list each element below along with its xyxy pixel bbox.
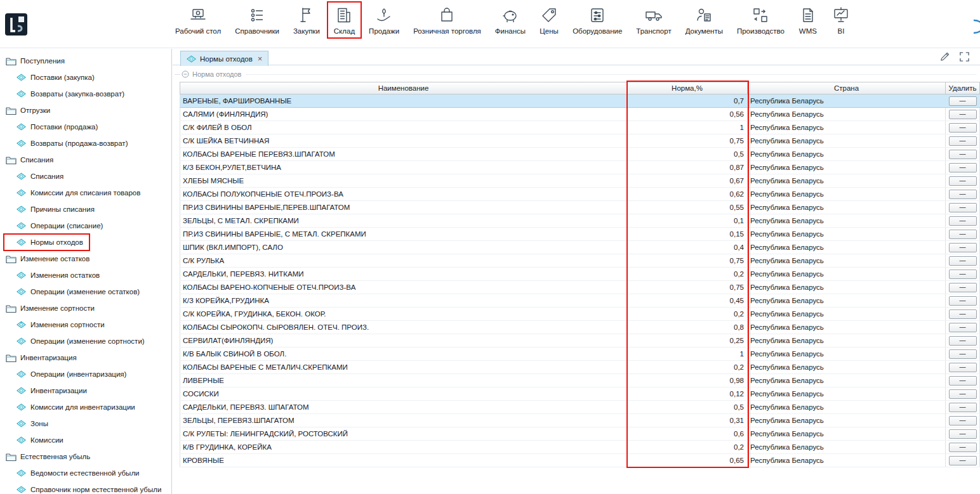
cell-name[interactable]: К/З КОРЕЙКА,ГРУДИНКА	[180, 294, 627, 307]
cell-country[interactable]: Республика Беларусь	[748, 348, 946, 360]
cell-name[interactable]: САРДЕЛЬКИ, ПЕРЕВЯЗ. ШПАГАТОМ	[180, 401, 627, 413]
cell-country[interactable]: Республика Беларусь	[748, 201, 946, 214]
cell-country[interactable]: Республика Беларусь	[748, 228, 946, 240]
delete-row-button[interactable]: —	[949, 283, 977, 292]
cell-norm[interactable]: 0,4	[627, 241, 748, 254]
table-row[interactable]: ВАРЕНЫЕ, ФАРШИРОВАННЫЕ0,7Республика Бела…	[180, 94, 980, 108]
cell-country[interactable]: Республика Беларусь	[748, 308, 946, 320]
table-row[interactable]: КОЛБАСЫ ВАРЕНО-КОПЧЕНЫЕ ОТЕЧ.ПРОИЗ-ВА0,7…	[180, 281, 980, 294]
cell-norm[interactable]: 1	[627, 348, 748, 360]
column-header[interactable]: Удалить	[946, 82, 980, 94]
cell-name[interactable]: КОЛБАСЫ ВАРЕНЫЕ ПЕРЕВЯЗ.ШПАГАТОМ	[180, 148, 627, 160]
cell-norm[interactable]: 0,1	[627, 214, 748, 227]
cell-name[interactable]: КОЛБАСЫ ВАРЕНО-КОПЧЕНЫЕ ОТЕЧ.ПРОИЗ-ВА	[180, 281, 627, 294]
cell-name[interactable]: ПР.ИЗ СВИНИНЫ ВАРЕНЫЕ, С МЕТАЛ. СКРЕПКАМ…	[180, 228, 627, 240]
cell-country[interactable]: Республика Беларусь	[748, 174, 946, 187]
tab-waste-norms[interactable]: Нормы отходов ×	[180, 51, 268, 66]
cell-norm[interactable]: 0,45	[627, 294, 748, 307]
cell-name[interactable]: КРОВЯНЫЕ	[180, 454, 627, 467]
cell-norm[interactable]: 0,62	[627, 188, 748, 200]
toolbar-item[interactable]: Транспорт	[636, 6, 671, 35]
toolbar-item[interactable]: Документы	[685, 6, 723, 35]
tree-form-item[interactable]: Причины списания	[15, 201, 95, 218]
cell-name[interactable]: К/З БЕКОН,РУЛЕТ,ВЕТЧИНА	[180, 161, 627, 174]
cell-name[interactable]: СОСИСКИ	[180, 387, 627, 400]
table-row[interactable]: САЛЯМИ (ФИНЛЯНДИЯ)0,56Республика Беларус…	[180, 108, 980, 121]
cell-norm[interactable]: 0,15	[627, 228, 748, 240]
cell-norm[interactable]: 0,12	[627, 387, 748, 400]
table-row[interactable]: К/З КОРЕЙКА,ГРУДИНКА0,45Республика Белар…	[180, 294, 980, 308]
table-row[interactable]: КОЛБАСЫ ВАРЕНЫЕ ПЕРЕВЯЗ.ШПАГАТОМ0,5Респу…	[180, 148, 980, 161]
cell-name[interactable]: С/К РУЛЕТЫ: ЛЕНИНГРАДСКИЙ, РОСТОВСКИЙ	[180, 427, 627, 440]
table-row[interactable]: ХЛЕБЫ МЯСНЫЕ0,67Республика Беларусь—	[180, 174, 980, 188]
table-row[interactable]: К/З БЕКОН,РУЛЕТ,ВЕТЧИНА0,87Республика Бе…	[180, 161, 980, 174]
delete-row-button[interactable]: —	[949, 203, 977, 212]
cell-country[interactable]: Республика Беларусь	[748, 214, 946, 227]
table-row[interactable]: К/В ГРУДИНКА, КОРЕЙКА0,2Республика Белар…	[180, 441, 980, 454]
delete-row-button[interactable]: —	[949, 150, 977, 159]
toolbar-item[interactable]: Склад	[334, 6, 355, 35]
cell-country[interactable]: Республика Беларусь	[748, 188, 946, 200]
table-row[interactable]: ЗЕЛЬЦЫ, С МЕТАЛ. СКРЕПКАМИ0,1Республика …	[180, 214, 980, 228]
delete-row-button[interactable]: —	[949, 270, 977, 279]
toolbar-overflow-icon[interactable]	[971, 18, 980, 36]
delete-row-button[interactable]: —	[949, 429, 977, 439]
table-row[interactable]: ПР.ИЗ СВИНИНЫ ВАРЕНЫЕ,ПЕРЕВ.ШПАГАТОМ0,55…	[180, 201, 980, 214]
cell-norm[interactable]: 0,56	[627, 108, 748, 120]
cell-name[interactable]: САЛЯМИ (ФИНЛЯНДИЯ)	[180, 108, 627, 120]
delete-row-button[interactable]: —	[949, 136, 977, 146]
cell-name[interactable]: ШПИК (ВКЛ.ИМПОРТ), САЛО	[180, 241, 627, 254]
column-header[interactable]: Страна	[748, 82, 946, 94]
delete-row-button[interactable]: —	[949, 243, 977, 252]
tree-form-item[interactable]: Возвраты (закупка-возврат)	[15, 86, 124, 102]
cell-country[interactable]: Республика Беларусь	[748, 108, 946, 120]
cell-name[interactable]: С/К РУЛЬКА	[180, 254, 627, 267]
toolbar-item[interactable]: Цены	[540, 6, 559, 35]
tree-form-item[interactable]: Поставки (закупка)	[15, 69, 95, 86]
toolbar-item[interactable]: WMS	[798, 6, 818, 35]
delete-row-button[interactable]: —	[949, 163, 977, 172]
toolbar-item[interactable]: Справочники	[235, 6, 279, 35]
cell-name[interactable]: К/В ГРУДИНКА, КОРЕЙКА	[180, 441, 627, 453]
cell-norm[interactable]: 1	[627, 121, 748, 134]
delete-row-button[interactable]: —	[949, 376, 977, 386]
cell-country[interactable]: Республика Беларусь	[748, 321, 946, 334]
delete-row-button[interactable]: —	[949, 256, 977, 266]
cell-country[interactable]: Республика Беларусь	[748, 254, 946, 267]
cell-country[interactable]: Республика Беларусь	[748, 121, 946, 134]
cell-norm[interactable]: 0,2	[627, 268, 748, 280]
table-row[interactable]: ЗЕЛЬЦЫ, ПЕРЕВЯЗ.ШПАГАТОМ0,31Республика Б…	[180, 414, 980, 427]
cell-norm[interactable]: 0,67	[627, 174, 748, 187]
tree-form-item[interactable]: Ведомости естественной убыли	[15, 465, 140, 481]
cell-norm[interactable]: 0,7	[627, 94, 748, 107]
cell-norm[interactable]: 0,98	[627, 374, 748, 387]
tree-form-item[interactable]: Операции (списание)	[15, 218, 103, 234]
delete-row-button[interactable]: —	[949, 230, 977, 239]
tree-form-item[interactable]: Инвентаризации	[15, 382, 87, 399]
table-row[interactable]: ШПИК (ВКЛ.ИМПОРТ), САЛО0,4Республика Бел…	[180, 241, 980, 254]
table-row[interactable]: С/К РУЛЬКА0,75Республика Беларусь—	[180, 254, 980, 268]
cell-country[interactable]: Республика Беларусь	[748, 94, 946, 107]
toolbar-item[interactable]: Розничная торговля	[413, 6, 481, 35]
table-row[interactable]: КОЛБАСЫ СЫРОКОПЧ. СЫРОВЯЛЕН. ОТЕЧ. ПРОИЗ…	[180, 321, 980, 334]
tree-form-item[interactable]: Комиссии для инвентаризации	[15, 399, 135, 415]
cell-norm[interactable]: 0,25	[627, 334, 748, 347]
cell-name[interactable]: ЗЕЛЬЦЫ, С МЕТАЛ. СКРЕПКАМИ	[180, 214, 627, 227]
table-row[interactable]: С/К РУЛЕТЫ: ЛЕНИНГРАДСКИЙ, РОСТОВСКИЙ0,6…	[180, 427, 980, 441]
tab-close-icon[interactable]: ×	[258, 55, 263, 63]
tree-folder-item[interactable]: Изменение сортности	[5, 300, 95, 316]
cell-name[interactable]: СЕРВИЛАТ(ФИНЛЯНДИЯ)	[180, 334, 627, 347]
cell-country[interactable]: Республика Беларусь	[748, 387, 946, 400]
cell-name[interactable]: САРДЕЛЬКИ, ПЕРЕВЯЗ. НИТКАМИ	[180, 268, 627, 280]
table-row[interactable]: КОЛБАСЫ ВАРЕНЫЕ С МЕТАЛИЧ.СКРЕПКАМИ0,2Ре…	[180, 361, 980, 374]
tree-folder-item[interactable]: Поступления	[5, 53, 65, 69]
toolbar-item[interactable]: Оборудование	[573, 6, 622, 35]
cell-norm[interactable]: 0,31	[627, 414, 748, 427]
tree-form-item[interactable]: Поставки (продажа)	[15, 119, 98, 135]
cell-name[interactable]: С/К ФИЛЕЙ В ОБОЛ	[180, 121, 627, 134]
cell-name[interactable]: ЛИВЕРНЫЕ	[180, 374, 627, 387]
cell-name[interactable]: К/В БАЛЫК СВИНОЙ В ОБОЛ.	[180, 348, 627, 360]
table-row[interactable]: С/К КОРЕЙКА, ГРУДИНКА, БЕКОН. ОКОР.0,2Ре…	[180, 308, 980, 321]
tree-folder-item[interactable]: Отгрузки	[5, 102, 50, 119]
table-row[interactable]: СЕРВИЛАТ(ФИНЛЯНДИЯ)0,25Республика Белару…	[180, 334, 980, 348]
